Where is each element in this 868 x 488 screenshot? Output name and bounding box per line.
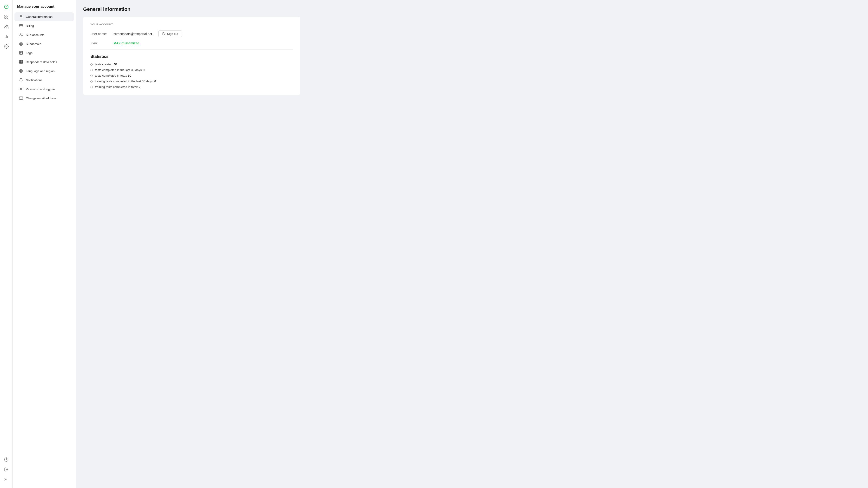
main-content: General information YOUR ACCOUNT User na…	[76, 0, 868, 488]
stat-value-3: 0	[154, 80, 156, 83]
section-divider	[90, 50, 293, 50]
sub-accounts-icon	[19, 33, 23, 37]
username-row: User name: screenshots@testportal.net Si…	[90, 30, 293, 37]
stat-value-2: 60	[128, 74, 131, 77]
plan-row: Plan: MAX Customized	[90, 41, 293, 45]
sidebar-item-label-language-and-region: Language and region	[26, 69, 55, 73]
dashboard-icon[interactable]	[2, 13, 10, 21]
statistics-title: Statistics	[90, 54, 293, 59]
statistics-list: tests created: 53 tests completed in the…	[90, 63, 293, 89]
logo-icon	[19, 51, 23, 55]
svg-rect-1	[4, 15, 6, 17]
plan-value: MAX Customized	[114, 41, 139, 45]
help-icon[interactable]	[2, 455, 10, 464]
stat-item-1: tests completed in the last 30 days: 2	[90, 68, 293, 72]
sidebar-item-change-email-address[interactable]: Change email address	[14, 94, 74, 102]
sidebar-item-general-information[interactable]: General information	[14, 12, 74, 21]
icon-rail	[0, 0, 13, 488]
notifications-icon	[19, 78, 23, 82]
sidebar-item-subdomain[interactable]: Subdomain	[14, 39, 74, 48]
sidebar-item-billing[interactable]: Billing	[14, 22, 74, 30]
sidebar-item-password-and-sign-in[interactable]: Password and sign in	[14, 85, 74, 93]
stat-value-0: 53	[114, 63, 118, 66]
statistics-section: Statistics tests created: 53 tests compl…	[90, 54, 293, 89]
brand-logo-icon[interactable]	[2, 3, 10, 11]
general-info-icon	[19, 15, 23, 19]
account-section-label: YOUR ACCOUNT	[90, 23, 293, 26]
plan-label: Plan:	[90, 41, 111, 45]
respondent-data-fields-icon	[19, 60, 23, 64]
username-label: User name:	[90, 32, 111, 36]
stat-value-4: 2	[139, 85, 141, 89]
svg-point-9	[6, 46, 7, 47]
sidebar-item-label-respondent-data-fields: Respondent data fields	[26, 60, 57, 64]
sidebar-item-language-and-region[interactable]: Language and region	[14, 67, 74, 75]
sidebar-item-label-sub-accounts: Sub-accounts	[26, 33, 44, 37]
svg-point-27	[20, 88, 22, 90]
sidebar-nav: General information Billing Sub-accounts	[13, 12, 76, 102]
svg-point-10	[4, 458, 8, 462]
sidebar-item-label-notifications: Notifications	[26, 79, 42, 82]
stat-item-3: training tests completed in the last 30 …	[90, 80, 293, 83]
sidebar-item-label-logo: Logo	[26, 51, 33, 55]
password-sign-in-icon	[19, 87, 23, 91]
language-region-icon	[19, 69, 23, 73]
username-value: screenshots@testportal.net	[114, 32, 152, 36]
billing-icon	[19, 24, 23, 28]
svg-rect-21	[20, 60, 23, 63]
svg-rect-14	[20, 25, 23, 27]
stat-text-1: tests completed in the last 30 days: 2	[95, 68, 145, 72]
stat-value-1: 2	[144, 68, 145, 72]
page-title: General information	[83, 6, 861, 12]
stat-text-2: tests completed in total: 60	[95, 74, 131, 77]
sign-out-button-icon	[162, 32, 166, 35]
sidebar-item-label-password-and-sign-in: Password and sign in	[26, 88, 55, 91]
sidebar-item-label-subdomain: Subdomain	[26, 42, 41, 45]
settings-icon[interactable]	[2, 42, 10, 51]
analytics-icon[interactable]	[2, 33, 10, 41]
sign-out-rail-icon[interactable]	[2, 465, 10, 474]
stat-text-3: training tests completed in the last 30 …	[95, 80, 156, 83]
svg-point-20	[20, 52, 21, 53]
sidebar-item-respondent-data-fields[interactable]: Respondent data fields	[14, 58, 74, 66]
change-email-icon	[19, 96, 23, 100]
stat-text-4: training tests completed in total: 2	[95, 85, 141, 89]
svg-rect-4	[6, 17, 8, 19]
svg-point-5	[5, 25, 6, 27]
your-account-section: YOUR ACCOUNT User name: screenshots@test…	[90, 23, 293, 45]
sidebar-item-sub-accounts[interactable]: Sub-accounts	[14, 31, 74, 39]
sidebar-item-label-change-email-address: Change email address	[26, 96, 56, 100]
content-card: YOUR ACCOUNT User name: screenshots@test…	[83, 17, 300, 95]
svg-point-13	[20, 16, 22, 17]
users-icon[interactable]	[2, 23, 10, 31]
svg-rect-3	[4, 17, 6, 19]
expand-icon[interactable]	[2, 475, 10, 484]
stat-item-2: tests completed in total: 60	[90, 74, 293, 77]
stat-text-0: tests created: 53	[95, 63, 118, 66]
svg-rect-2	[6, 15, 8, 17]
sidebar-item-label-billing: Billing	[26, 24, 34, 28]
stat-item-0: tests created: 53	[90, 63, 293, 66]
sidebar-item-logo[interactable]: Logo	[14, 49, 74, 57]
sidebar-item-notifications[interactable]: Notifications	[14, 76, 74, 84]
sidebar-title: Manage your account	[13, 4, 76, 12]
sign-out-label: Sign out	[167, 32, 178, 35]
subdomain-icon	[19, 42, 23, 46]
sidebar-item-label-general-information: General information	[26, 15, 53, 19]
stat-item-4: training tests completed in total: 2	[90, 85, 293, 89]
svg-point-16	[20, 33, 21, 35]
sidebar: Manage your account General information …	[13, 0, 76, 488]
sign-out-button[interactable]: Sign out	[158, 30, 182, 37]
